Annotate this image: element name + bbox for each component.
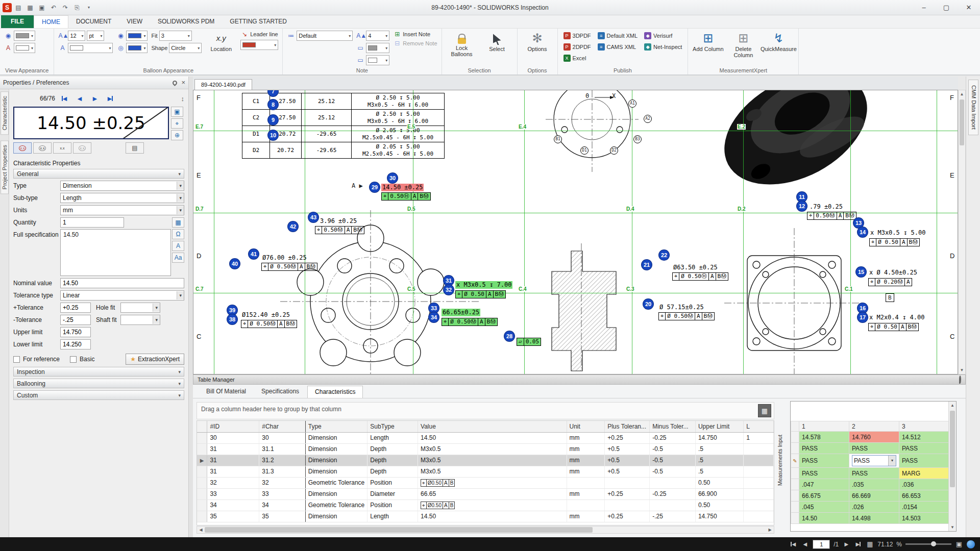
balloon-33[interactable]: 33: [429, 303, 439, 313]
dimension-callout[interactable]: ⌖Ø 0.50ⓂABⓂ: [658, 312, 715, 320]
publish-net-inspect-button[interactable]: ◆Net-Inspect: [643, 42, 683, 52]
characteristic-row[interactable]: 3535DimensionLength14.50mm+0.25-.2514.75…: [197, 511, 774, 522]
characteristic-row[interactable]: 3131.1DimensionDepthM3x0.5mm+0.5-0.5.5: [197, 443, 774, 455]
locate-in-drawing-icon[interactable]: ⌖: [171, 118, 183, 129]
redo-icon[interactable]: ↷: [60, 3, 70, 13]
dimension-callout[interactable]: ⌖0.50ⓂABⓂ: [807, 212, 856, 220]
scroll-down-icon[interactable]: ▼: [959, 366, 965, 374]
next-characteristic-button[interactable]: ▶: [89, 93, 101, 104]
options-button[interactable]: ✻ Options: [522, 31, 553, 53]
measurement-cell[interactable]: PASS: [799, 468, 849, 479]
measurement-cell[interactable]: 14.578: [799, 432, 849, 443]
scroll-left-icon[interactable]: ◀: [197, 528, 205, 532]
balloon-39[interactable]: 39: [227, 305, 237, 315]
dimension-callout[interactable]: ⌖0.50ⒽABⓂ: [381, 192, 431, 201]
balloon-28[interactable]: 28: [504, 331, 514, 341]
next-page-button[interactable]: ▶: [842, 541, 850, 547]
measurement-cell[interactable]: 66.653: [899, 490, 949, 502]
previous-page-button[interactable]: ◀: [801, 541, 809, 547]
balloon-20[interactable]: 20: [643, 299, 653, 309]
remove-note-button[interactable]: ⊟Remove Note: [393, 40, 437, 47]
view-text-color-combo[interactable]: [14, 43, 35, 53]
plus-tolerance-input[interactable]: [60, 303, 91, 313]
scroll-right-icon[interactable]: ▶: [766, 528, 774, 532]
measurement-cell[interactable]: MARG: [899, 468, 949, 479]
row-header[interactable]: [197, 488, 207, 499]
measurement-cell[interactable]: 14.498: [849, 513, 899, 524]
balloon-11[interactable]: 11: [797, 192, 807, 202]
row-header[interactable]: [197, 443, 207, 455]
measurement-edit-combo[interactable]: PASS▾: [852, 455, 896, 466]
balloon-31[interactable]: 31: [444, 276, 454, 286]
characteristic-row[interactable]: 3030DimensionLength14.50mm+0.25-0.2514.7…: [197, 432, 774, 443]
extractionxpert-button[interactable]: ★ExtractionXpert: [126, 354, 184, 365]
balloon-12[interactable]: 12: [797, 201, 807, 211]
link-quantity-icon[interactable]: ▦: [172, 217, 184, 228]
dimension-callout[interactable]: .79 ±0.25: [808, 203, 844, 211]
balloon-13[interactable]: 13: [853, 218, 864, 228]
dimension-callout[interactable]: 14.50 ±0.25: [381, 184, 424, 191]
network-icon[interactable]: [967, 540, 975, 548]
characteristic-row[interactable]: 3232Geometric TolerancePosition⌖Ø0.50AB0…: [197, 477, 774, 488]
measurement-column-2[interactable]: 2: [849, 421, 899, 432]
sort-icon[interactable]: ↕: [181, 95, 185, 103]
close-icon[interactable]: ×: [181, 80, 185, 85]
section-bar-ballooning[interactable]: Ballooning: [13, 379, 184, 388]
dimension-callout[interactable]: ⌖Ø 0.50ABⓂ: [869, 238, 920, 246]
dimension-callout[interactable]: ⌖Ø 0.50ⓂABⓂ: [442, 318, 498, 326]
first-page-button[interactable]: ◀: [789, 541, 797, 547]
publish-excel-button[interactable]: XExcel: [562, 53, 593, 63]
balloon-32[interactable]: 32: [444, 285, 454, 295]
ribbon-tab-file[interactable]: FILE: [1, 15, 34, 28]
balloon-font-unit-combo[interactable]: pt: [87, 31, 104, 41]
measurement-cell[interactable]: .026: [849, 502, 899, 513]
lock-balloons-button[interactable]: Lock Balloons: [446, 31, 478, 58]
drawing-viewport[interactable]: E.7E.5E.4E.2D.7D.5D.4D.2C.7C.5C.4C.3C.1F…: [193, 90, 958, 374]
preview-image-icon[interactable]: ▣: [171, 107, 183, 117]
balloon-14[interactable]: 14: [857, 227, 868, 237]
measurement-cell[interactable]: 66.669: [849, 490, 899, 502]
note-style-combo[interactable]: Default: [297, 31, 353, 41]
publish-cams-xml-button[interactable]: ≡CAMS XML: [596, 42, 640, 52]
zoom-slider[interactable]: [905, 543, 951, 545]
undo-icon[interactable]: ↶: [48, 3, 59, 13]
measurement-cell[interactable]: PASS: [899, 454, 949, 468]
balloon-display-toggle-4[interactable]: x.x: [73, 142, 91, 154]
export-table-icon[interactable]: ▦: [758, 404, 771, 417]
publish-2dpdf-button[interactable]: P2DPDF: [562, 42, 593, 52]
dimension-callout[interactable]: ⌖Ø 0.50ⓂABⓂ: [261, 263, 317, 271]
dimension-callout[interactable]: 66.65±0.25: [442, 309, 480, 316]
row-header[interactable]: ▶: [197, 455, 207, 466]
symbol-omega-icon[interactable]: Ω: [172, 229, 184, 239]
balloon-34[interactable]: 34: [429, 312, 439, 322]
previous-characteristic-button[interactable]: ◀: [74, 93, 86, 104]
section-bar-inspection[interactable]: Inspection: [13, 367, 184, 377]
maximize-button[interactable]: ▢: [935, 0, 958, 15]
chevron-down-icon[interactable]: ▾: [888, 456, 896, 466]
characteristic-row[interactable]: 3434Geometric TolerancePosition⌖Ø0.50AB0…: [197, 499, 774, 511]
dimension-callout[interactable]: Ø63.50 ±0.25: [672, 264, 719, 271]
column-header-upper-limit[interactable]: Upper Limit: [695, 421, 743, 432]
fit-combo[interactable]: 3: [159, 31, 192, 41]
ribbon-tab-solidworks-pdm[interactable]: SOLIDWORKS PDM: [150, 15, 222, 28]
dimension-callout[interactable]: Ø 57.15±0.25: [658, 304, 705, 311]
column-header--char[interactable]: #Char: [259, 421, 306, 432]
balloon-29[interactable]: 29: [370, 182, 380, 192]
type-combo[interactable]: Dimension: [60, 181, 184, 191]
balloon-21[interactable]: 21: [642, 260, 652, 270]
tab-cmm-data-import[interactable]: CMM Data Import: [968, 80, 978, 135]
font-icon[interactable]: A: [172, 241, 184, 251]
column-header-subtype[interactable]: SubType: [368, 421, 418, 432]
dimension-callout[interactable]: ⌖0.50ⓂABⓂ: [315, 226, 364, 234]
drawing-vertical-scrollbar[interactable]: ▲ ▼: [958, 90, 966, 374]
balloon-43[interactable]: 43: [308, 212, 318, 222]
quantity-input[interactable]: [60, 217, 124, 228]
measurement-cell[interactable]: .036: [899, 479, 949, 490]
measurement-cell[interactable]: 14.760: [849, 432, 899, 443]
section-bar-custom[interactable]: Custom: [13, 390, 184, 400]
dimension-callout[interactable]: Ø76.00 ±0.25: [261, 254, 308, 262]
dimension-callout[interactable]: Ø152.40 ±0.25: [241, 311, 291, 319]
measurement-cell[interactable]: 14.512: [899, 432, 949, 443]
characteristic-row[interactable]: 3333DimensionDiameter66.65mm+0.25-0.2566…: [197, 488, 774, 499]
balloon-17[interactable]: 17: [857, 312, 868, 322]
